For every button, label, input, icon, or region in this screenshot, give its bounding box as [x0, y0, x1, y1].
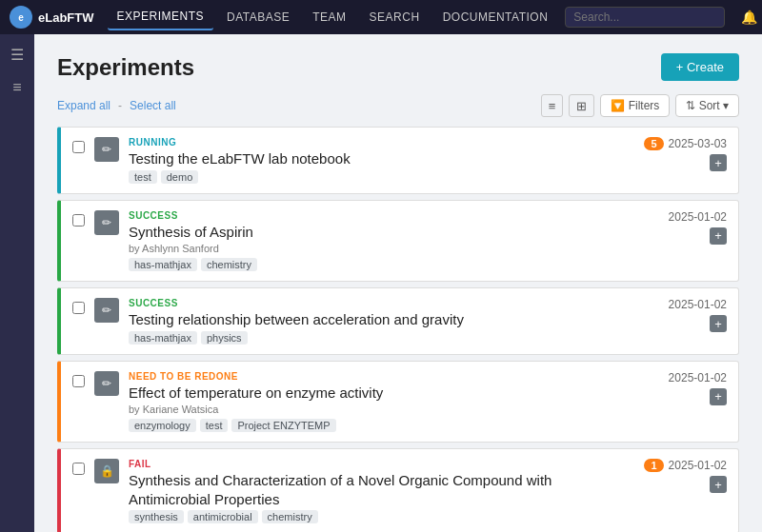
sidebar-menu-icon[interactable]: ☰	[7, 42, 28, 68]
experiment-card: ✏ SUCCESS Testing relationship between a…	[57, 287, 739, 355]
nav-documentation[interactable]: DOCUMENTATION	[433, 5, 558, 30]
experiment-status: SUCCESS	[129, 298, 632, 308]
experiment-list: ✏ RUNNING Testing the eLabFTW lab notebo…	[57, 127, 739, 532]
experiment-body: FAIL Synthesis and Characterization of a…	[129, 459, 632, 523]
tag[interactable]: has-mathjax	[129, 258, 197, 271]
experiment-date: 2025-01-02	[669, 210, 727, 224]
top-navigation: e eLabFTW EXPERIMENTS DATABASE TEAM SEAR…	[0, 0, 762, 34]
experiment-status: FAIL	[129, 459, 632, 469]
nav-database[interactable]: DATABASE	[217, 5, 299, 30]
bell-icon[interactable]: 🔔	[736, 8, 762, 27]
logo[interactable]: e eLabFTW	[10, 6, 94, 29]
experiment-status: NEED TO BE REDONE	[129, 371, 632, 382]
nav-search[interactable]: SEARCH	[360, 5, 430, 30]
tag[interactable]: chemistry	[262, 510, 318, 523]
experiment-add-button[interactable]: +	[710, 476, 727, 493]
experiment-tags: synthesisantimicrobialchemistry	[129, 510, 632, 523]
experiment-author: by Kariane Watsica	[129, 404, 632, 415]
tag[interactable]: test	[200, 419, 229, 432]
experiment-meta-row: 2025-01-02	[669, 210, 727, 224]
experiment-author: by Ashlynn Sanford	[129, 243, 632, 254]
grid-view-button[interactable]: ⊞	[569, 94, 594, 117]
experiment-add-button[interactable]: +	[710, 227, 727, 245]
edit-button[interactable]: ✏	[94, 371, 119, 396]
experiment-tags: has-mathjaxchemistry	[129, 258, 632, 271]
experiments-toolbar: Expand all - Select all ≡ ⊞ 🔽 Filters ⇅ …	[57, 94, 739, 117]
tag[interactable]: demo	[161, 170, 199, 184]
experiment-meta: 2025-01-02 +	[641, 210, 727, 245]
experiment-tags: enzymologytestProject ENZYTEMP	[129, 419, 632, 432]
experiment-tags: testdemo	[129, 170, 632, 184]
toolbar-divider: -	[118, 99, 122, 112]
experiment-meta: 2025-01-02 +	[641, 298, 727, 332]
experiment-meta-row: 2025-01-02	[669, 371, 727, 384]
nav-team[interactable]: TEAM	[303, 5, 355, 30]
experiment-meta-row: 2025-01-02	[669, 298, 727, 311]
create-button[interactable]: + Create	[661, 53, 739, 81]
experiment-date: 2025-01-02	[669, 459, 727, 472]
experiment-card: ✏ NEED TO BE REDONE Effect of temperatur…	[57, 361, 739, 443]
logo-icon: e	[10, 6, 32, 29]
experiment-checkbox[interactable]	[72, 463, 85, 475]
experiment-card: 🔒 FAIL Synthesis and Characterization of…	[57, 448, 739, 532]
tag[interactable]: physics	[201, 331, 248, 345]
experiment-date: 2025-03-03	[669, 137, 727, 150]
experiment-body: SUCCESS Synthesis of Aspirin by Ashlynn …	[129, 210, 632, 272]
experiment-badge: 5	[644, 137, 663, 150]
experiment-title[interactable]: Testing the eLabFTW lab notebook	[129, 149, 632, 168]
experiment-title[interactable]: Testing relationship between acceleratio…	[129, 310, 632, 329]
edit-button[interactable]: ✏	[94, 298, 119, 323]
filters-button[interactable]: 🔽 Filters	[600, 94, 670, 117]
edit-button[interactable]: ✏	[94, 210, 119, 235]
experiment-title[interactable]: Synthesis and Characterization of a Nove…	[129, 471, 632, 508]
toolbar-left: Expand all - Select all	[57, 99, 176, 112]
tag[interactable]: chemistry	[201, 258, 257, 271]
tag[interactable]: test	[129, 170, 157, 184]
nav-experiments[interactable]: EXPERIMENTS	[108, 4, 214, 30]
experiment-meta: 2025-01-02 +	[641, 371, 727, 405]
sidebar-list-icon[interactable]: ≡	[9, 75, 25, 100]
tag[interactable]: has-mathjax	[129, 331, 197, 345]
experiment-card: ✏ SUCCESS Synthesis of Aspirin by Ashlyn…	[57, 200, 739, 283]
tag[interactable]: enzymology	[129, 419, 196, 432]
experiment-add-button[interactable]: +	[710, 154, 727, 171]
experiment-body: SUCCESS Testing relationship between acc…	[129, 298, 632, 345]
experiment-status: SUCCESS	[129, 210, 632, 221]
experiment-badge: 1	[644, 459, 663, 472]
experiment-add-button[interactable]: +	[710, 315, 727, 332]
experiment-checkbox[interactable]	[72, 375, 85, 387]
tag[interactable]: synthesis	[129, 510, 184, 523]
experiment-card: ✏ RUNNING Testing the eLabFTW lab notebo…	[57, 127, 739, 194]
experiment-date: 2025-01-02	[669, 298, 727, 311]
sidebar: ☰ ≡	[0, 34, 34, 532]
experiment-meta-row: 1 2025-01-02	[644, 459, 727, 472]
experiment-checkbox[interactable]	[72, 214, 85, 227]
tag[interactable]: antimicrobial	[188, 510, 258, 523]
experiment-add-button[interactable]: +	[710, 388, 727, 405]
experiment-body: RUNNING Testing the eLabFTW lab notebook…	[129, 137, 632, 184]
experiment-meta: 1 2025-01-02 +	[641, 459, 727, 493]
edit-button[interactable]: ✏	[94, 137, 119, 162]
experiment-checkbox[interactable]	[72, 302, 85, 314]
page-header: Experiments + Create	[57, 53, 739, 81]
list-view-button[interactable]: ≡	[541, 94, 564, 117]
experiment-status: RUNNING	[129, 137, 632, 148]
select-all-link[interactable]: Select all	[130, 99, 176, 112]
page-title: Experiments	[57, 54, 194, 81]
lock-button[interactable]: 🔒	[94, 459, 119, 483]
expand-all-link[interactable]: Expand all	[57, 99, 110, 112]
toolbar-right: ≡ ⊞ 🔽 Filters ⇅ Sort ▾	[541, 94, 739, 117]
experiment-title[interactable]: Effect of temperature on enzyme activity	[129, 384, 632, 403]
experiment-checkbox[interactable]	[72, 141, 85, 153]
experiment-meta: 5 2025-03-03 +	[641, 137, 727, 171]
tag[interactable]: Project ENZYTEMP	[231, 419, 335, 432]
experiment-tags: has-mathjaxphysics	[129, 331, 632, 345]
nav-icons: 🔔 ? 👤	[736, 8, 762, 27]
main-content: Experiments + Create Expand all - Select…	[34, 34, 762, 532]
sort-button[interactable]: ⇅ Sort ▾	[675, 94, 739, 117]
experiment-date: 2025-01-02	[669, 371, 727, 384]
experiment-meta-row: 5 2025-03-03	[644, 137, 727, 150]
experiment-title[interactable]: Synthesis of Aspirin	[129, 223, 632, 242]
global-search-input[interactable]	[565, 7, 725, 28]
experiment-body: NEED TO BE REDONE Effect of temperature …	[129, 371, 632, 433]
